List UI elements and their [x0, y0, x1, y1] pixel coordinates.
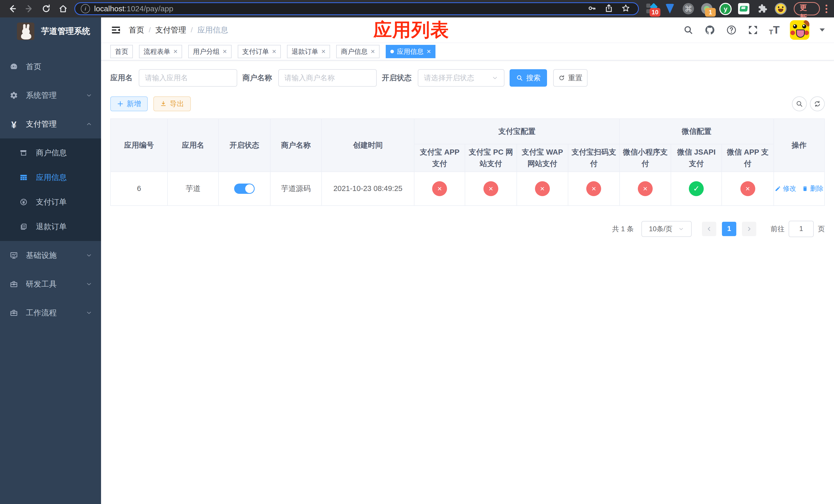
status-select[interactable]: 请选择开启状态: [418, 69, 504, 87]
status-cross-icon: ×: [638, 181, 653, 196]
status-cross-icon: ×: [586, 181, 601, 196]
storefront-icon: [20, 149, 28, 157]
tag-app-info-active[interactable]: 应用信息×: [386, 45, 436, 58]
back-icon[interactable]: [6, 2, 19, 15]
next-page-button[interactable]: [742, 222, 756, 236]
delete-link[interactable]: 删除: [802, 184, 824, 193]
font-size-icon[interactable]: TT: [769, 25, 780, 36]
sidebar-item-system[interactable]: 系统管理: [0, 81, 101, 110]
page-number-active[interactable]: 1: [722, 222, 736, 236]
goto-page-input[interactable]: [789, 221, 814, 237]
breadcrumb-payment[interactable]: 支付管理: [155, 25, 186, 36]
add-button[interactable]: 新增: [110, 96, 148, 111]
y-extension-icon[interactable]: y: [719, 3, 731, 15]
tag-merchant-info[interactable]: 商户信息×: [336, 45, 379, 58]
export-button[interactable]: 导出: [153, 96, 191, 111]
col-header-alipay-pc: 支付宝 PC 网站支付: [465, 144, 517, 172]
breadcrumb-home[interactable]: 首页: [129, 25, 144, 36]
close-icon[interactable]: ×: [371, 48, 375, 55]
cell-alipay-qr: ×: [568, 172, 620, 206]
close-icon[interactable]: ×: [223, 48, 227, 55]
close-icon[interactable]: ×: [272, 48, 276, 55]
reset-button[interactable]: 重置: [553, 69, 588, 87]
reload-icon[interactable]: [40, 2, 53, 15]
toolbox-icon: [9, 280, 18, 289]
sidebar-item-payment[interactable]: ¥ 支付管理: [0, 110, 101, 138]
chrome-update-button[interactable]: 更新: [794, 2, 820, 15]
refresh-table-icon[interactable]: [810, 96, 825, 111]
kite-extension-icon[interactable]: [664, 3, 676, 15]
password-key-icon[interactable]: [587, 4, 596, 14]
yen-circle-icon: [20, 198, 28, 206]
sidekick-extension-icon[interactable]: 10: [645, 3, 657, 15]
pagination: 共 1 条 10条/页 1 前往 页: [110, 221, 825, 237]
chat-extension-icon[interactable]: [738, 3, 750, 15]
command-extension-icon[interactable]: ⌘: [682, 3, 694, 15]
help-icon[interactable]: [726, 24, 737, 36]
merchant-name-input[interactable]: [278, 69, 377, 87]
app-name-label: 应用名: [110, 73, 133, 83]
share-icon[interactable]: [604, 4, 613, 14]
recorder-extension-icon[interactable]: 1: [701, 3, 713, 15]
tag-user-group[interactable]: 用户分组×: [188, 45, 231, 58]
app-name-input[interactable]: [139, 69, 237, 87]
sidebar-item-label: 研发工具: [26, 279, 57, 290]
goto-prefix-label: 前往: [771, 224, 785, 233]
browser-chrome: i localhost:1024/pay/app 10 ⌘ 1 y 更新: [0, 0, 834, 18]
status-cross-icon: ×: [740, 181, 755, 196]
yen-icon: ¥: [9, 120, 18, 129]
bookmark-star-icon[interactable]: [621, 4, 630, 14]
avatar-caret-icon[interactable]: [820, 28, 825, 31]
sidebar-item-label: 工作流程: [26, 307, 57, 318]
sidebar-item-dev-tools[interactable]: 研发工具: [0, 270, 101, 298]
edit-link[interactable]: 修改: [775, 184, 796, 193]
cell-id: 6: [111, 172, 168, 206]
tag-home[interactable]: 首页: [110, 45, 133, 58]
status-toggle[interactable]: [234, 184, 255, 194]
trash-icon: [802, 186, 808, 192]
sidebar-item-workflow[interactable]: 工作流程: [0, 298, 101, 327]
github-icon[interactable]: [704, 24, 716, 36]
sidebar-logo[interactable]: 芋道管理系统: [0, 18, 101, 45]
home-icon[interactable]: [57, 2, 70, 15]
sidebar-item-merchant-info[interactable]: 商户信息: [0, 140, 101, 165]
cell-wechat-mini: ×: [620, 172, 671, 206]
fullscreen-icon[interactable]: [747, 24, 759, 36]
pagination-total: 共 1 条: [612, 224, 634, 233]
prev-page-button[interactable]: [702, 222, 716, 236]
tag-process-form[interactable]: 流程表单×: [139, 45, 182, 58]
close-icon[interactable]: ×: [321, 48, 326, 55]
puzzle-extensions-icon[interactable]: [756, 3, 768, 15]
sidebar-item-refund-orders[interactable]: 退款订单: [0, 214, 101, 239]
search-icon[interactable]: [683, 24, 694, 36]
sidebar-item-home[interactable]: 首页: [0, 52, 101, 81]
browser-nav: [0, 2, 74, 15]
show-search-icon[interactable]: [792, 96, 807, 111]
page-size-select[interactable]: 10条/页: [641, 221, 692, 237]
forward-icon[interactable]: [23, 2, 36, 15]
emoji-extension-icon[interactable]: [775, 3, 787, 15]
close-icon[interactable]: ×: [173, 48, 177, 55]
page-info-icon[interactable]: i: [81, 4, 90, 13]
main-area: 首页 / 支付管理 / 应用信息 应用列表 TT 首页 流程表单× 用户分组× …: [101, 18, 834, 504]
sidebar-item-infrastructure[interactable]: 基础设施: [0, 241, 101, 270]
tag-refund-orders[interactable]: 退款订单×: [287, 45, 330, 58]
breadcrumb: 首页 / 支付管理 / 应用信息: [129, 25, 228, 36]
browser-menu-icon[interactable]: [821, 3, 832, 15]
avatar[interactable]: [790, 20, 809, 40]
url-bar[interactable]: i localhost:1024/pay/app: [74, 2, 639, 15]
cell-status: [219, 172, 270, 206]
tag-pay-orders[interactable]: 支付订单×: [238, 45, 281, 58]
search-button[interactable]: 搜索: [510, 69, 547, 87]
status-select-placeholder: 请选择开启状态: [424, 73, 474, 83]
app-shell: 芋道管理系统 首页 系统管理 ¥ 支付管理 商户信息: [0, 18, 834, 504]
cell-wechat-jsapi: ✓: [671, 172, 722, 206]
close-icon[interactable]: ×: [427, 48, 431, 55]
sidebar: 芋道管理系统 首页 系统管理 ¥ 支付管理 商户信息: [0, 18, 101, 504]
sidebar-item-app-info[interactable]: 应用信息: [0, 165, 101, 190]
payment-submenu: 商户信息 应用信息 支付订单 退款订单: [0, 138, 101, 241]
gear-icon: [9, 91, 18, 100]
col-header-wechat-app: 微信 APP 支付: [722, 144, 773, 172]
sidebar-toggle-icon[interactable]: [110, 24, 122, 36]
sidebar-item-pay-orders[interactable]: 支付订单: [0, 190, 101, 214]
